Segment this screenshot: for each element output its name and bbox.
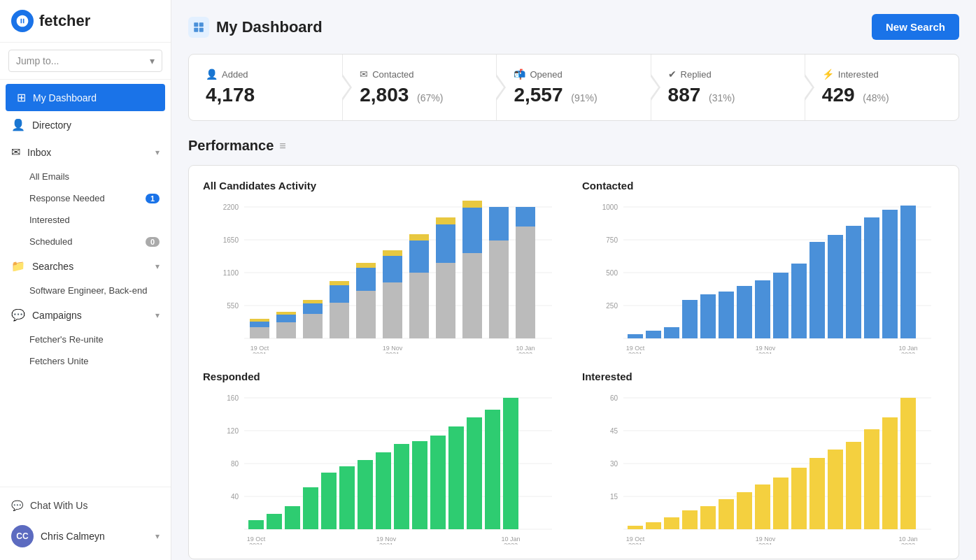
svg-text:120: 120 — [227, 427, 239, 435]
jump-to-container: Jump to... ▾ — [0, 43, 171, 80]
searches-chevron: ▾ — [155, 261, 160, 271]
svg-rect-96 — [358, 460, 373, 529]
svg-rect-61 — [664, 327, 679, 338]
page-title-container: My Dashboard — [188, 17, 323, 38]
svg-rect-27 — [356, 263, 376, 268]
inbox-chevron: ▾ — [155, 148, 160, 157]
svg-rect-41 — [489, 207, 509, 240]
svg-rect-66 — [755, 280, 770, 338]
svg-rect-21 — [303, 300, 323, 303]
sidebar-item-fetchers-reunite[interactable]: Fetcher's Re-unite — [0, 329, 171, 350]
interested-label: Interested — [29, 215, 70, 225]
svg-text:2200: 2200 — [223, 203, 239, 211]
logo-text: fetcher — [39, 12, 90, 30]
filter-icon[interactable]: ≡ — [279, 140, 285, 152]
avatar: CC — [11, 525, 34, 547]
performance-header: Performance ≡ — [188, 138, 959, 154]
svg-rect-97 — [376, 452, 391, 529]
sidebar-item-inbox[interactable]: ✉ Inbox ▾ — [0, 138, 171, 166]
logo-icon — [11, 10, 34, 32]
svg-rect-94 — [321, 473, 337, 529]
response-needed-badge: 1 — [146, 194, 160, 203]
svg-rect-22 — [330, 303, 349, 338]
added-icon: 👤 — [206, 69, 218, 80]
user-profile[interactable]: CC Chris Calmeyn ▾ — [0, 518, 171, 554]
interested-pct: (48%) — [863, 92, 889, 103]
svg-rect-74 — [900, 206, 916, 338]
svg-rect-91 — [267, 514, 282, 529]
chat-with-us[interactable]: 💬 Chat With Us — [0, 493, 171, 518]
svg-text:2021: 2021 — [758, 542, 772, 545]
svg-rect-31 — [409, 273, 429, 338]
svg-rect-36 — [436, 217, 455, 224]
svg-rect-13 — [250, 327, 269, 338]
jump-to-dropdown[interactable]: Jump to... ▾ — [8, 50, 162, 72]
svg-rect-103 — [485, 410, 500, 529]
jump-to-chevron: ▾ — [150, 55, 155, 66]
stat-arrow-3 — [651, 73, 660, 101]
sidebar-item-interested[interactable]: Interested — [0, 209, 171, 231]
svg-rect-33 — [409, 234, 429, 240]
responded-svg: 160 120 80 40 — [203, 391, 565, 545]
fetchers-reunite-label: Fetcher's Re-unite — [29, 334, 104, 345]
sidebar-item-campaigns[interactable]: 💬 Campaigns ▾ — [0, 301, 171, 329]
main-header: My Dashboard New Search — [188, 14, 959, 40]
dashboard-icon — [188, 17, 209, 38]
replied-value: 887 (31%) — [668, 84, 788, 106]
new-search-button[interactable]: New Search — [872, 14, 959, 40]
interested-label: Interested — [838, 69, 879, 80]
svg-text:1000: 1000 — [602, 203, 618, 211]
svg-rect-64 — [719, 292, 734, 338]
sidebar-label-campaigns: Campaigns — [32, 310, 82, 321]
svg-text:250: 250 — [606, 302, 618, 310]
stat-arrow-1 — [342, 73, 352, 101]
svg-rect-15 — [250, 319, 269, 322]
chat-bubble-icon: 💬 — [11, 500, 23, 511]
svg-text:60: 60 — [610, 394, 618, 402]
chart-contacted-title: Contacted — [582, 180, 945, 192]
chart-responded: Responded 160 120 80 40 — [203, 371, 565, 545]
chart-responded-area: 160 120 80 40 — [203, 391, 565, 545]
sidebar-item-response-needed[interactable]: Response Needed 1 — [0, 187, 171, 209]
svg-rect-0 — [194, 22, 198, 27]
sidebar-label-inbox: Inbox — [27, 147, 51, 158]
sidebar-item-my-dashboard[interactable]: ⊞ My Dashboard — [6, 84, 165, 111]
all-emails-label: All Emails — [29, 171, 69, 182]
svg-rect-124 — [700, 506, 716, 529]
stats-row: 👤 Added 4,178 ✉ Contacted 2,803 (67%) 📬 … — [188, 54, 959, 121]
campaigns-chevron: ▾ — [155, 310, 160, 320]
svg-text:2021: 2021 — [379, 542, 393, 545]
added-label: Added — [222, 69, 248, 80]
sidebar-bottom: 💬 Chat With Us CC Chris Calmeyn ▾ — [0, 487, 171, 560]
sidebar-item-software-engineer[interactable]: Software Engineer, Back-end — [0, 280, 171, 301]
sidebar-item-all-emails[interactable]: All Emails — [0, 166, 171, 187]
svg-rect-123 — [682, 510, 698, 529]
chart-interested-area: 60 45 30 15 — [582, 391, 945, 545]
svg-rect-30 — [383, 250, 402, 256]
sidebar-item-directory[interactable]: 👤 Directory — [0, 111, 171, 138]
svg-rect-42 — [516, 227, 535, 338]
svg-text:15: 15 — [610, 493, 618, 501]
chart-interested-title: Interested — [582, 371, 945, 382]
stat-opened: 📬 Opened 2,557 (91%) — [497, 55, 651, 120]
svg-rect-92 — [285, 506, 300, 529]
svg-rect-69 — [809, 242, 825, 338]
svg-rect-38 — [462, 208, 482, 253]
svg-rect-134 — [882, 417, 898, 529]
svg-rect-23 — [330, 285, 349, 303]
sidebar-item-fetchers-unite[interactable]: Fetchers Unite — [0, 350, 171, 372]
performance-title: Performance — [188, 138, 274, 154]
sidebar-item-searches[interactable]: 📁 Searches ▾ — [0, 252, 171, 280]
svg-rect-127 — [755, 484, 770, 529]
chart-all-candidates: All Candidates Activity 2200 1650 1100 5… — [203, 180, 565, 354]
main-content: My Dashboard New Search 👤 Added 4,178 ✉ … — [171, 0, 976, 560]
svg-text:1100: 1100 — [223, 269, 239, 277]
user-chevron-icon: ▾ — [155, 531, 160, 541]
svg-rect-131 — [828, 450, 843, 529]
software-engineer-label: Software Engineer, Back-end — [29, 285, 147, 296]
sidebar-item-scheduled[interactable]: Scheduled 0 — [0, 231, 171, 252]
chat-with-us-label: Chat With Us — [30, 500, 87, 511]
replied-pct: (31%) — [709, 92, 735, 103]
svg-rect-126 — [737, 492, 752, 529]
svg-text:1650: 1650 — [223, 236, 239, 244]
